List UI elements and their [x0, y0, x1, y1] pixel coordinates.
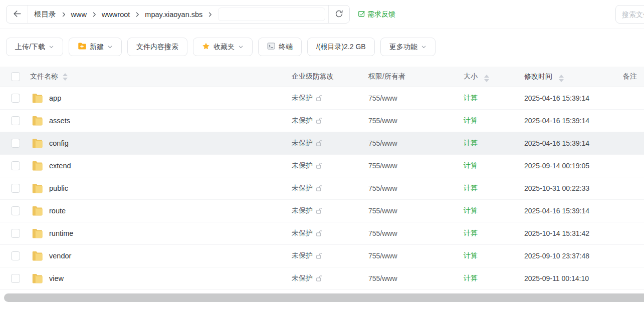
file-name[interactable]: extend: [49, 162, 71, 170]
new-button[interactable]: 新建: [69, 38, 122, 56]
row-checkbox[interactable]: [11, 139, 20, 148]
breadcrumb-item[interactable]: 根目录: [34, 10, 56, 19]
chevron-right-icon: [134, 12, 140, 18]
chevron-down-icon: [107, 43, 113, 51]
file-name[interactable]: assets: [49, 117, 70, 125]
refresh-button[interactable]: [328, 6, 349, 23]
file-name[interactable]: app: [49, 94, 61, 102]
permission-owner: 755/www: [368, 184, 464, 192]
table-row[interactable]: public 未保护 755/www 计算 2025-10-31 00:22:3…: [0, 177, 644, 200]
file-table: 文件名称 企业级防篡改 权限/所有者 大小 修改时间 备注: [0, 67, 644, 302]
folder-icon: [32, 93, 43, 103]
row-checkbox[interactable]: [11, 161, 20, 170]
protection-status: 未保护: [292, 161, 313, 170]
row-checkbox[interactable]: [11, 116, 20, 125]
back-button[interactable]: [7, 6, 28, 23]
file-name[interactable]: route: [49, 207, 66, 215]
sort-by-name-icon[interactable]: [63, 73, 68, 81]
header-file-name-label: 文件名称: [30, 72, 58, 81]
header-modified-time: 修改时间: [524, 72, 623, 81]
file-size-calc-link[interactable]: 计算: [464, 274, 524, 283]
row-checkbox[interactable]: [11, 274, 20, 283]
file-size-calc-link[interactable]: 计算: [464, 251, 524, 260]
header-remark-label: 备注: [623, 72, 637, 80]
row-name-cell: public: [28, 183, 292, 193]
new-label: 新建: [90, 43, 104, 52]
table-row[interactable]: view 未保护 755/www 计算 2025-09-11 00:14:10: [0, 267, 644, 290]
row-checkbox[interactable]: [11, 251, 20, 260]
select-all-checkbox[interactable]: [11, 72, 20, 81]
table-row[interactable]: runtime 未保护 755/www 计算 2025-10-14 15:31:…: [0, 222, 644, 245]
table-row[interactable]: assets 未保护 755/www 计算 2025-04-16 15:39:1…: [0, 110, 644, 132]
chevron-down-icon: [421, 43, 426, 51]
file-size-calc-link[interactable]: 计算: [464, 139, 524, 148]
row-checkbox[interactable]: [11, 206, 20, 215]
protection-status: 未保护: [292, 274, 313, 283]
file-search-input[interactable]: [615, 5, 644, 24]
file-table-body: app 未保护 755/www 计算 2025-04-16 15:39:14 a…: [0, 87, 644, 302]
breadcrumb-item[interactable]: wwwroot: [102, 11, 130, 19]
feedback-link[interactable]: 需求反馈: [358, 10, 395, 19]
content-search-label: 文件内容搜索: [136, 43, 178, 52]
upload-download-button[interactable]: 上传/下载: [6, 38, 63, 56]
table-row[interactable]: extend 未保护 755/www 计算 2025-09-14 00:19:0…: [0, 155, 644, 177]
sort-by-size-icon[interactable]: [484, 75, 489, 82]
table-row[interactable]: app 未保护 755/www 计算 2025-04-16 15:39:14: [0, 87, 644, 110]
chevron-right-icon: [61, 12, 67, 18]
folder-icon: [32, 116, 43, 126]
table-row[interactable]: route 未保护 755/www 计算 2025-04-16 15:39:14: [0, 200, 644, 222]
row-check-cell: [0, 184, 28, 193]
file-name[interactable]: view: [49, 274, 64, 282]
path-bar: 根目录wwwwwwrootmpay.xiaoyan.sbs: [6, 5, 350, 24]
file-size-calc-link[interactable]: 计算: [464, 184, 524, 193]
file-name[interactable]: config: [49, 139, 69, 147]
file-size-calc-link[interactable]: 计算: [464, 116, 524, 125]
file-size-calc-link[interactable]: 计算: [464, 161, 524, 170]
row-name-cell: assets: [28, 116, 292, 126]
path-segment-input[interactable]: [218, 8, 325, 21]
header-tamper-proof-label: 企业级防篡改: [292, 72, 334, 81]
file-name[interactable]: vendor: [49, 252, 71, 260]
protection-cell: 未保护: [292, 161, 368, 170]
modified-time: 2025-04-16 15:39:14: [524, 139, 623, 147]
protection-status: 未保护: [292, 206, 313, 215]
table-header-row: 文件名称 企业级防篡改 权限/所有者 大小 修改时间 备注: [0, 67, 644, 87]
file-name[interactable]: runtime: [49, 229, 73, 237]
row-name-cell: runtime: [28, 228, 292, 238]
terminal-label: 终端: [279, 43, 293, 52]
row-checkbox[interactable]: [11, 94, 20, 103]
breadcrumb-item[interactable]: www: [71, 11, 87, 19]
folder-icon: [32, 273, 43, 283]
sort-by-mtime-icon[interactable]: [559, 75, 564, 82]
file-size-calc-link[interactable]: 计算: [464, 94, 524, 103]
horizontal-scrollbar[interactable]: [4, 293, 644, 302]
modified-time: 2025-10-31 00:22:33: [524, 184, 623, 192]
header-remark: 备注: [623, 72, 644, 81]
row-checkbox[interactable]: [11, 184, 20, 193]
unlocked-icon: [316, 252, 323, 259]
table-row[interactable]: config 未保护 755/www 计算 2025-04-16 15:39:1…: [0, 132, 644, 155]
row-checkbox[interactable]: [11, 229, 20, 238]
folder-icon: [32, 138, 43, 148]
header-tamper-proof: 企业级防篡改: [292, 72, 368, 81]
table-row[interactable]: vendor 未保护 755/www 计算 2025-09-10 23:37:4…: [0, 245, 644, 267]
breadcrumb-item[interactable]: mpay.xiaoyan.sbs: [145, 11, 202, 19]
protection-status: 未保护: [292, 251, 313, 260]
favorites-button[interactable]: 收藏夹: [193, 38, 253, 56]
more-functions-label: 更多功能: [389, 43, 417, 52]
disk-usage-button[interactable]: /(根目录)2.2 GB: [307, 38, 375, 56]
file-name[interactable]: public: [49, 184, 68, 192]
more-functions-button[interactable]: 更多功能: [380, 38, 436, 56]
modified-time: 2025-09-14 00:19:05: [524, 162, 623, 170]
permission-owner: 755/www: [368, 94, 464, 102]
row-name-cell: view: [28, 273, 292, 283]
content-search-button[interactable]: 文件内容搜索: [127, 38, 187, 56]
protection-cell: 未保护: [292, 94, 368, 103]
row-name-cell: vendor: [28, 251, 292, 261]
folder-icon: [32, 183, 43, 193]
file-size-calc-link[interactable]: 计算: [464, 229, 524, 238]
terminal-button[interactable]: 终端: [258, 38, 302, 56]
modified-time: 2025-09-10 23:37:48: [524, 252, 623, 260]
file-size-calc-link[interactable]: 计算: [464, 206, 524, 215]
unlocked-icon: [316, 117, 323, 124]
